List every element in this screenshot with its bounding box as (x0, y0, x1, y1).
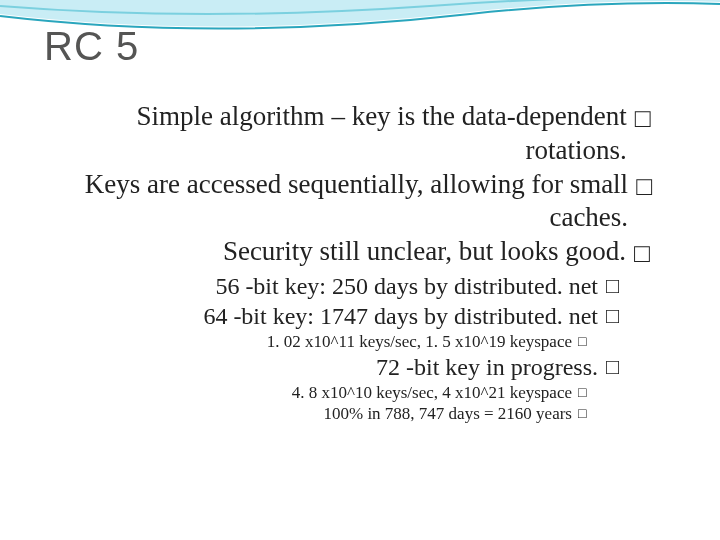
slide-body: Simple algorithm – key is the data-depen… (44, 100, 664, 425)
body-subpoint: 72 -bit key in progress. □ (44, 352, 664, 382)
point-text: Keys are accessed sequentially, allowing… (44, 168, 628, 236)
body-point: Simple algorithm – key is the data-depen… (44, 100, 664, 168)
square-bullet-icon: □ (636, 168, 664, 199)
square-bullet-icon: □ (635, 100, 664, 131)
square-bullet-icon: □ (606, 301, 664, 327)
point-text: 100% in 788, 747 days = 2160 years (323, 403, 572, 424)
square-bullet-icon: □ (634, 235, 664, 266)
point-text: 56 -bit key: 250 days by distributed. ne… (215, 271, 598, 301)
square-bullet-icon: □ (578, 382, 664, 399)
body-subsubpoint: 1. 02 x10^11 keys/sec, 1. 5 x10^19 keysp… (44, 331, 664, 352)
point-text: 64 -bit key: 1747 days by distributed. n… (203, 301, 598, 331)
point-text: Security still unclear, but looks good. (223, 235, 626, 269)
point-text: 4. 8 x10^10 keys/sec, 4 x10^21 keyspace (292, 382, 572, 403)
body-subsubpoint: 4. 8 x10^10 keys/sec, 4 x10^21 keyspace … (44, 382, 664, 403)
slide-title: RC 5 (44, 24, 139, 69)
point-text: Simple algorithm – key is the data-depen… (44, 100, 627, 168)
body-subpoint: 56 -bit key: 250 days by distributed. ne… (44, 271, 664, 301)
body-subsubpoint: 100% in 788, 747 days = 2160 years □ (44, 403, 664, 424)
square-bullet-icon: □ (606, 271, 664, 297)
body-subpoint: 64 -bit key: 1747 days by distributed. n… (44, 301, 664, 331)
body-point: Security still unclear, but looks good. … (44, 235, 664, 269)
square-bullet-icon: □ (578, 331, 664, 348)
square-bullet-icon: □ (606, 352, 664, 378)
square-bullet-icon: □ (578, 403, 664, 420)
point-text: 72 -bit key in progress. (376, 352, 598, 382)
body-point: Keys are accessed sequentially, allowing… (44, 168, 664, 236)
point-text: 1. 02 x10^11 keys/sec, 1. 5 x10^19 keysp… (267, 331, 572, 352)
